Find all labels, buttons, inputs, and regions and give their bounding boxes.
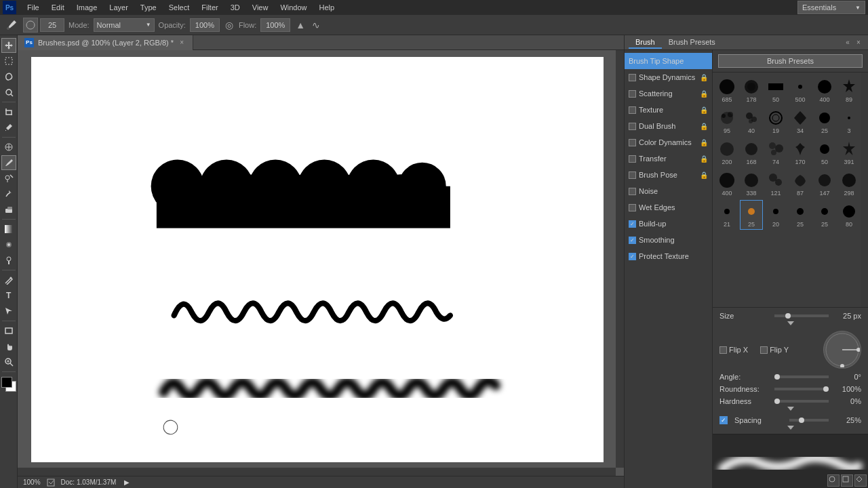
healing-tool[interactable] bbox=[1, 140, 16, 155]
clone-stamp-tool[interactable] bbox=[1, 171, 16, 186]
status-icon[interactable] bbox=[46, 478, 56, 487]
color-dynamics-option[interactable]: Color Dynamics 🔒 bbox=[625, 134, 712, 150]
brush-cell-50[interactable]: 50 bbox=[764, 75, 787, 105]
color-dynamics-checkbox[interactable] bbox=[629, 139, 636, 146]
menu-image[interactable]: Image bbox=[71, 2, 103, 13]
wet-edges-checkbox[interactable] bbox=[629, 204, 636, 211]
menu-edit[interactable]: Edit bbox=[46, 2, 70, 13]
brush-cell-170[interactable]: 170 bbox=[789, 138, 812, 167]
hand-tool[interactable] bbox=[1, 339, 16, 354]
color-swatches[interactable] bbox=[1, 377, 16, 392]
menu-3d[interactable]: 3D bbox=[225, 2, 245, 13]
wet-edges-option[interactable]: Wet Edges bbox=[625, 199, 712, 216]
brush-cell-89[interactable]: 89 bbox=[837, 75, 861, 105]
brush-cell-20[interactable]: 20 bbox=[764, 200, 787, 230]
spacing-slider[interactable] bbox=[789, 417, 829, 424]
preview-btn-2[interactable] bbox=[841, 474, 853, 487]
preview-btn-3[interactable] bbox=[854, 474, 867, 487]
opacity-input[interactable]: 100% bbox=[190, 18, 220, 32]
brush-cell-25a[interactable]: 25 bbox=[813, 106, 836, 136]
canvas[interactable] bbox=[31, 57, 604, 462]
gradient-tool[interactable] bbox=[1, 222, 16, 237]
brush-cell-87[interactable]: 87 bbox=[789, 169, 812, 199]
brush-cell-685[interactable]: 685 bbox=[715, 75, 738, 105]
menu-filter[interactable]: Filter bbox=[196, 2, 223, 13]
document-tab[interactable]: Ps Brushes.psd @ 100% (Layer 2, RGB/8) *… bbox=[18, 35, 193, 50]
brush-pose-checkbox[interactable] bbox=[629, 171, 636, 179]
brush-tip-shape-option[interactable]: Brush Tip Shape bbox=[625, 53, 712, 69]
brush-cell-500[interactable]: 500 bbox=[789, 75, 812, 105]
brush-cell-338[interactable]: 338 bbox=[740, 169, 763, 199]
noise-checkbox[interactable] bbox=[629, 188, 636, 195]
transfer-checkbox[interactable] bbox=[629, 155, 636, 163]
build-up-option[interactable]: ✓ Build-up bbox=[625, 216, 712, 232]
menu-type[interactable]: Type bbox=[135, 2, 162, 13]
blur-tool[interactable] bbox=[1, 237, 16, 252]
spacing-checkbox[interactable]: ✓ bbox=[719, 416, 728, 424]
scattering-option[interactable]: Scattering 🔒 bbox=[625, 85, 712, 102]
scattering-checkbox[interactable] bbox=[629, 90, 636, 98]
menu-window[interactable]: Window bbox=[275, 2, 312, 13]
texture-checkbox[interactable] bbox=[629, 106, 636, 114]
pen-tool[interactable] bbox=[1, 272, 16, 287]
brush-icon[interactable] bbox=[23, 18, 38, 33]
dual-brush-checkbox[interactable] bbox=[629, 123, 636, 130]
brush-cell-34[interactable]: 34 bbox=[789, 106, 812, 136]
workspace-dropdown[interactable]: Essentials ▼ bbox=[797, 1, 865, 14]
brush-cell-147[interactable]: 147 bbox=[813, 169, 836, 199]
shape-dynamics-option[interactable]: Shape Dynamics 🔒 bbox=[625, 69, 712, 85]
brush-cell-25-selected[interactable]: 25 bbox=[740, 200, 763, 230]
brush-cell-121[interactable]: 121 bbox=[764, 169, 787, 199]
brush-cell-400a[interactable]: 400 bbox=[813, 75, 836, 105]
brush-cell-391[interactable]: 391 bbox=[837, 138, 861, 167]
zoom-tool[interactable] bbox=[1, 354, 16, 369]
panel-close-btn[interactable]: × bbox=[853, 37, 864, 48]
brush-presets-button[interactable]: Brush Presets bbox=[718, 54, 863, 68]
roundness-slider[interactable] bbox=[774, 386, 829, 392]
angle-circle[interactable] bbox=[823, 331, 861, 369]
brush-cell-19[interactable]: 19 bbox=[764, 106, 787, 136]
vertical-scrollbar[interactable] bbox=[616, 50, 624, 468]
eyedropper-tool[interactable] bbox=[1, 120, 16, 135]
build-up-checkbox[interactable]: ✓ bbox=[629, 220, 636, 228]
brush-tool[interactable] bbox=[1, 155, 16, 170]
brush-cell-200[interactable]: 200 bbox=[715, 138, 738, 167]
brush-grid-scrollbar[interactable] bbox=[861, 73, 868, 307]
protect-texture-option[interactable]: ✓ Protect Texture bbox=[625, 248, 712, 264]
brush-cell-40[interactable]: 40 bbox=[740, 106, 763, 136]
menu-file[interactable]: File bbox=[22, 2, 45, 13]
texture-option[interactable]: Texture 🔒 bbox=[625, 102, 712, 118]
brush-size-input[interactable]: 25 bbox=[40, 18, 64, 32]
brush-cell-50b[interactable]: 50 bbox=[813, 138, 836, 167]
horizontal-scrollbar[interactable] bbox=[18, 468, 616, 476]
menu-select[interactable]: Select bbox=[163, 2, 195, 13]
flip-y-checkbox[interactable] bbox=[760, 346, 768, 354]
brush-cell-400b[interactable]: 400 bbox=[715, 169, 738, 199]
mode-dropdown[interactable]: Normal ▼ bbox=[94, 18, 155, 32]
dodge-tool[interactable] bbox=[1, 253, 16, 268]
smoothing-checkbox[interactable]: ✓ bbox=[629, 237, 636, 244]
shape-dynamics-checkbox[interactable] bbox=[629, 74, 636, 81]
flip-x-control[interactable]: Flip X bbox=[719, 346, 748, 354]
smoothing-option[interactable]: ✓ Smoothing bbox=[625, 232, 712, 248]
foreground-color[interactable] bbox=[1, 377, 12, 388]
lasso-tool[interactable] bbox=[1, 69, 16, 84]
menu-view[interactable]: View bbox=[247, 2, 274, 13]
flip-x-checkbox[interactable] bbox=[719, 346, 727, 354]
flip-y-control[interactable]: Flip Y bbox=[760, 346, 789, 354]
brush-cell-25c[interactable]: 25 bbox=[813, 200, 836, 230]
brush-pose-option[interactable]: Brush Pose 🔒 bbox=[625, 167, 712, 183]
brush-cell-80[interactable]: 80 bbox=[837, 200, 861, 230]
smoothing-icon[interactable]: ∿ bbox=[312, 20, 320, 30]
brush-cell-95[interactable]: 95 bbox=[715, 106, 738, 136]
tab-brush-presets[interactable]: Brush Presets bbox=[662, 37, 722, 49]
brush-cell-25b[interactable]: 25 bbox=[789, 200, 812, 230]
menu-layer[interactable]: Layer bbox=[104, 2, 134, 13]
protect-texture-checkbox[interactable]: ✓ bbox=[629, 253, 636, 260]
dual-brush-option[interactable]: Dual Brush 🔒 bbox=[625, 118, 712, 134]
brush-cell-298[interactable]: 298 bbox=[837, 169, 861, 199]
airbrush-icon[interactable]: ◎ bbox=[225, 20, 233, 30]
canvas-wrapper[interactable] bbox=[18, 50, 624, 476]
panel-collapse-btn[interactable]: « bbox=[845, 40, 850, 45]
crop-tool[interactable] bbox=[1, 104, 16, 119]
